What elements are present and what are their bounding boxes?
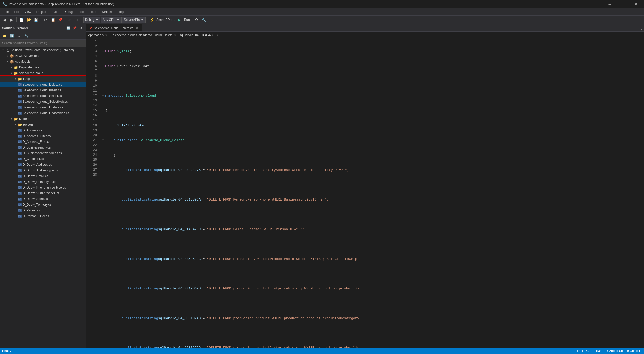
tree-item-salesdemo-updateblob[interactable]: C# Salesdemo_cloud_Updateblob.cs [0, 110, 86, 116]
editor-expand-btn[interactable]: ⟩ [641, 27, 644, 31]
server-apis-button[interactable]: ⚡ [148, 16, 155, 23]
tab-bar: 📌 Salesdemo_cloud_Delete.cs ✕ ⟩ [86, 24, 644, 32]
back-button[interactable]: ◀ [1, 16, 8, 23]
tree-item-person[interactable]: ▼ 📂 person [0, 122, 86, 127]
tree-item-powerserver-test[interactable]: ▶ 📦 PowerServer.Test [0, 53, 86, 59]
menu-help[interactable]: Help [115, 9, 127, 15]
menu-debug[interactable]: Debug [61, 9, 75, 15]
platform-dropdown[interactable]: Any CPU ▼ [101, 17, 121, 23]
menu-edit[interactable]: Edit [11, 9, 22, 15]
tree-item-d-customer[interactable]: C# D_Customer.cs [0, 156, 86, 162]
collapse-all-button[interactable]: ⤵ [16, 33, 22, 39]
sync-button[interactable]: ↕ [59, 25, 65, 31]
tree-item-salesdemo-select[interactable]: C# Salesdemo_cloud_Select.cs [0, 93, 86, 99]
tree-item-d-address-free[interactable]: C# D_Address_Free.cs [0, 139, 86, 145]
code-line-19: public static string sqlHandle_04_D0B102… [101, 316, 644, 321]
tree-item-salesdemo-delete[interactable]: C# Salesdemo_cloud_Delete.cs [0, 82, 86, 87]
tree-item-d-businessentity[interactable]: C# D_Businessentity.cs [0, 145, 86, 150]
breadcrumb-namespace[interactable]: AppModels ▼ [88, 33, 108, 37]
open-button[interactable]: 📂 [25, 16, 32, 23]
tree-item-d-dddw-email[interactable]: C# D_Dddw_Email.cs [0, 173, 86, 179]
tree-item-solution[interactable]: ▼ 🗂 Solution 'PowerServer_salesdemo' (3 … [0, 47, 86, 53]
breadcrumb-member[interactable]: sqlHandle_04_23BC4276 ▼ [179, 33, 219, 37]
cut-button[interactable]: ✂ [42, 16, 49, 23]
menu-project[interactable]: Project [34, 9, 49, 15]
refresh-tree-button[interactable]: 🔃 [8, 33, 15, 39]
ln-13: 13 [86, 98, 97, 103]
paste-button[interactable]: 📌 [57, 16, 64, 23]
tree-item-d-dddw-stateprovince[interactable]: C# D_Dddw_Stateprovince.cs [0, 190, 86, 196]
menu-test[interactable]: Test [88, 9, 99, 15]
tree-item-d-dddw-phonenumbertype[interactable]: C# D_Dddw_Phonenumbertype.cs [0, 185, 86, 190]
restore-button[interactable]: ❐ [617, 0, 629, 8]
tree-item-salesdemo-insert[interactable]: C# Salesdemo_cloud_Insert.cs [0, 87, 86, 93]
tab-salesdemo-delete[interactable]: 📌 Salesdemo_cloud_Delete.cs ✕ [86, 24, 142, 31]
d-dddw-address-label: D_Dddw_Address.cs [23, 163, 85, 166]
save-button[interactable]: 💾 [33, 16, 39, 23]
tree-item-salesdemo-selectblob[interactable]: C# Salesdemo_cloud_Selectblob.cs [0, 99, 86, 105]
ln-2: 2 [86, 44, 97, 49]
new-file-button[interactable]: 📄 [18, 16, 25, 23]
tree-item-salesdemo-cloud[interactable]: ▼ 📂 salesdemo_cloud [0, 70, 86, 76]
settings-button[interactable]: ⚙ [193, 16, 200, 23]
collapse-4[interactable]: ─ [101, 93, 105, 98]
add-to-source-control-button[interactable]: ↑ Add to Source Control [604, 349, 642, 353]
refresh-button[interactable]: 🔄 [65, 25, 71, 31]
tree-item-esql[interactable]: ▼ 📂 ESql [0, 76, 86, 82]
tree-item-d-address-filter[interactable]: C# D_Address_Filter.cs [0, 133, 86, 139]
tree-item-dependencies[interactable]: ▶ 📁 Dependencies [0, 65, 86, 70]
debug-tools-button[interactable]: 🔧 [201, 16, 207, 23]
tree-item-d-person[interactable]: C# D_Person.cs [0, 208, 86, 213]
status-ln: Ln 1 [577, 349, 583, 353]
menu-build[interactable]: Build [49, 9, 61, 15]
server-dropdown[interactable]: ServerAPIs ▼ [122, 17, 146, 23]
code-editor[interactable]: 1 2 3 4 5 6 7 8 9 10 11 12 13 14 15 16 1… [86, 38, 644, 348]
tree-item-appmodels[interactable]: ▼ 📦 AppModels [0, 59, 86, 65]
status-left: Ready [2, 349, 11, 353]
tree-item-d-dddw-addresstype[interactable]: C# D_Dddw_Addresstype.cs [0, 168, 86, 173]
tree-item-d-dddw-address[interactable]: C# D_Dddw_Address.cs [0, 162, 86, 168]
cs-icon-d-person: C# [18, 209, 22, 212]
copy-button[interactable]: 📋 [49, 16, 56, 23]
redo-button[interactable]: ↪ [74, 16, 80, 23]
menu-file[interactable]: File [1, 9, 11, 15]
code-line-4: ─ namespace Salesdemo_cloud [101, 93, 644, 98]
code-line-1: ─ using System; [101, 49, 644, 54]
tree-item-d-businessentityaddress[interactable]: C# D_Businessentityaddress.cs [0, 150, 86, 156]
tree-item-d-dddw-persontype[interactable]: C# D_Dddw_Persontype.cs [0, 179, 86, 185]
cs-icon-update: C# [18, 106, 22, 109]
close-panel-button[interactable]: ✕ [78, 25, 84, 31]
tree-item-d-person-filter[interactable]: C# D_Person_Filter.cs [0, 213, 86, 219]
code-content[interactable]: ─ using System; using PowerServer.Core; … [99, 38, 644, 348]
tree-item-d-dddw-territory[interactable]: C# D_Dddw_Territory.cs [0, 202, 86, 208]
toolbar: ◀ ▶ 📄 📂 💾 ✂ 📋 📌 ↩ ↪ Debug ▼ Any CPU ▼ Se… [0, 16, 644, 24]
d-address-label: D_Address.cs [23, 128, 85, 132]
tree-item-models[interactable]: ▼ 📂 Models [0, 116, 86, 122]
pin-button[interactable]: 📌 [72, 25, 77, 31]
menu-tools[interactable]: Tools [75, 9, 88, 15]
ln-19: 19 [86, 128, 97, 133]
debug-config-dropdown[interactable]: Debug ▼ [83, 17, 100, 23]
close-button[interactable]: ✕ [630, 0, 642, 8]
cs-icon-updateblob: C# [18, 112, 22, 115]
ln-25: 25 [86, 158, 97, 163]
solution-explorer-header: Solution Explorer ↕ 🔄 📌 ✕ [0, 24, 86, 32]
forward-button[interactable]: ▶ [8, 16, 15, 23]
platform-arrow: ▼ [117, 18, 120, 22]
menu-view[interactable]: View [22, 9, 34, 15]
tree-item-d-address[interactable]: C# D_Address.cs [0, 127, 86, 133]
solution-search-input[interactable] [0, 40, 86, 47]
collapse-7[interactable]: ▼ [101, 138, 105, 143]
tree-item-salesdemo-update[interactable]: C# Salesdemo_cloud_Update.cs [0, 105, 86, 110]
tree-item-d-dddw-store[interactable]: C# D_Dddw_Store.cs [0, 196, 86, 202]
menu-window[interactable]: Window [99, 9, 115, 15]
show-all-files-button[interactable]: 📁 [1, 33, 8, 39]
breadcrumb-class[interactable]: Salesdemo_cloud.Salesdemo_Cloud_Delete ▼ [111, 33, 177, 37]
tab-close-button[interactable]: ✕ [135, 26, 139, 30]
undo-button[interactable]: ↩ [66, 16, 73, 23]
properties-button[interactable]: 🔧 [23, 33, 30, 39]
minimize-button[interactable]: ― [604, 0, 616, 8]
ln-23: 23 [86, 148, 97, 153]
run-button[interactable]: ▶ [176, 16, 183, 23]
collapse-1[interactable]: ─ [101, 49, 105, 54]
